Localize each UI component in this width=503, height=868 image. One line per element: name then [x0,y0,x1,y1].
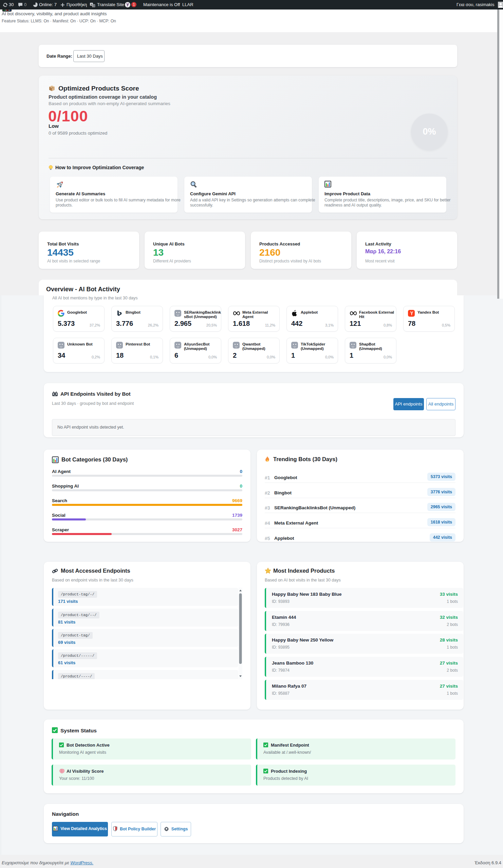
svg-text:文: 文 [93,4,96,8]
